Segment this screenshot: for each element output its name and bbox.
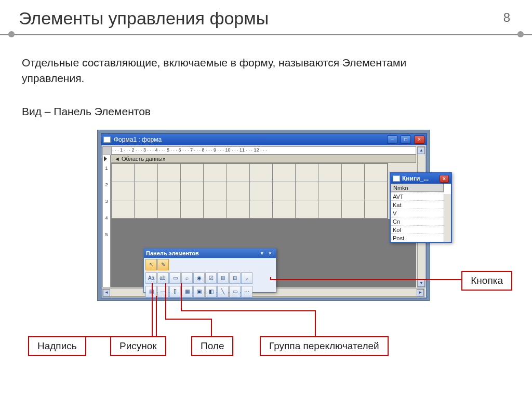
- scroll-up-icon[interactable]: ▲: [418, 147, 425, 154]
- ruler-ticks: · · · 1 · · · 2 · · · 3 · · · 4 · · · 5 …: [112, 147, 415, 153]
- tool-optionbutton[interactable]: ◉: [193, 272, 205, 284]
- leader-group-v1: [181, 283, 182, 311]
- form-window-icon: [103, 136, 111, 143]
- paragraph-menupath: Вид – Панель Элементов: [22, 104, 151, 119]
- form-titlebar[interactable]: Форма1 : форма – □ ×: [101, 134, 427, 145]
- field-list-titlebar[interactable]: Книги_... ×: [391, 173, 451, 184]
- field-list-item[interactable]: Post: [391, 234, 444, 242]
- tool-checkbox[interactable]: ☑: [205, 272, 217, 284]
- header-dot-left: [8, 31, 15, 37]
- tool-rectangle[interactable]: ▭: [229, 286, 241, 297]
- field-list-item[interactable]: Kol: [391, 225, 444, 234]
- tool-image[interactable]: ▤: [145, 286, 157, 297]
- field-list-scrollbar[interactable]: [444, 194, 451, 242]
- field-list-item[interactable]: V: [391, 209, 444, 217]
- section-label: ◄: [114, 156, 122, 162]
- callout-label: Надпись: [28, 336, 86, 356]
- tool-togglebutton[interactable]: ⌕: [181, 272, 193, 284]
- leader-field-v2: [211, 319, 212, 337]
- ruler-horizontal[interactable]: · · · 1 · · · 2 · · · 3 · · · 4 · · · 5 …: [102, 146, 416, 155]
- tool-pointer[interactable]: ↖: [145, 259, 157, 270]
- leader-label-v: [152, 283, 153, 337]
- leader-button-v: [270, 277, 271, 280]
- tool-pagebreak[interactable]: ▦: [181, 286, 193, 297]
- tool-textbox[interactable]: ab|: [157, 272, 169, 284]
- tool-combobox[interactable]: ⊞: [217, 272, 229, 284]
- leader-picture-v: [156, 296, 157, 337]
- ruler-vertical[interactable]: 1 2 3 4 5: [102, 155, 111, 287]
- tool-subform[interactable]: ◧: [205, 286, 217, 297]
- callout-field: Поле: [191, 336, 233, 356]
- toolbox-row-3: ▤ — [] ▦ ▣ ◧ ╲ ▭ ⋯: [144, 285, 276, 298]
- section-title: Область данных: [122, 156, 165, 162]
- tool-more[interactable]: ⋯: [241, 286, 252, 297]
- scroll-right-icon[interactable]: ►: [417, 289, 424, 296]
- section-header-detail[interactable]: ◄ Область данных: [111, 155, 416, 163]
- form-window-title: Форма1 : форма: [114, 136, 162, 143]
- field-list-title: Книги_...: [402, 175, 429, 182]
- leader-button-h: [270, 279, 468, 280]
- tool-bound-object[interactable]: []: [169, 286, 181, 297]
- toolbox-titlebar[interactable]: Панель элементов ▾ ×: [144, 249, 276, 258]
- page-title: Элементы управления формы: [19, 8, 269, 29]
- field-list-popup[interactable]: Книги_... × Nmkn AVT Kat V Cn Kol Post: [390, 172, 452, 243]
- leader-field-h1: [165, 319, 212, 320]
- field-list-close-button[interactable]: ×: [440, 175, 449, 183]
- tool-tabcontrol[interactable]: ▣: [193, 286, 205, 297]
- page-number: 8: [503, 10, 510, 25]
- header-dot-right: [517, 31, 524, 37]
- leader-group-h: [181, 310, 316, 311]
- design-grid[interactable]: [111, 163, 388, 219]
- field-list-item[interactable]: AVT: [391, 192, 444, 200]
- maximize-button[interactable]: □: [401, 135, 411, 144]
- toolbox-row-1: ↖ ✎: [144, 258, 276, 271]
- tool-commandbutton[interactable]: ⌄: [241, 272, 252, 284]
- tool-label[interactable]: Aa: [145, 272, 157, 284]
- field-list-item[interactable]: Kat: [391, 200, 444, 209]
- toolbox-close-icon[interactable]: ×: [267, 250, 274, 257]
- field-list-icon: [393, 175, 400, 182]
- scroll-left-icon[interactable]: ◄: [103, 289, 110, 296]
- leader-group-v2: [315, 310, 316, 337]
- toolbox-row-2: Aa ab| ▭ ⌕ ◉ ☑ ⊞ ⊟ ⌄: [144, 271, 276, 285]
- tool-optiongroup[interactable]: ▭: [169, 272, 181, 284]
- toolbox-panel[interactable]: Панель элементов ▾ × ↖ ✎ Aa ab| ▭ ⌕ ◉ ☑ …: [143, 248, 276, 293]
- field-list-item[interactable]: Cn: [391, 217, 444, 225]
- header-rule: [0, 34, 532, 35]
- tool-listbox[interactable]: ⊟: [229, 272, 241, 284]
- tool-unbound-object[interactable]: —: [157, 286, 169, 297]
- callout-picture: Рисунок: [110, 336, 166, 356]
- field-list-body: Nmkn AVT Kat V Cn Kol Post: [391, 184, 451, 242]
- toolbox-title: Панель элементов: [146, 249, 199, 258]
- paragraph-intro: Отдельные составляющие, включаемые в фор…: [22, 55, 448, 87]
- tool-line[interactable]: ╲: [217, 286, 229, 297]
- minimize-button[interactable]: –: [387, 135, 397, 144]
- callout-button: Кнопка: [461, 271, 512, 291]
- leader-field-v: [165, 283, 166, 319]
- close-button[interactable]: ×: [414, 135, 424, 144]
- callout-optiongroup: Группа переключателей: [260, 336, 389, 356]
- tool-wizard[interactable]: ✎: [157, 259, 169, 270]
- toolbox-dropdown-icon[interactable]: ▾: [258, 250, 265, 257]
- scroll-down-icon[interactable]: ▼: [418, 280, 425, 287]
- field-list-item[interactable]: Nmkn: [391, 184, 444, 192]
